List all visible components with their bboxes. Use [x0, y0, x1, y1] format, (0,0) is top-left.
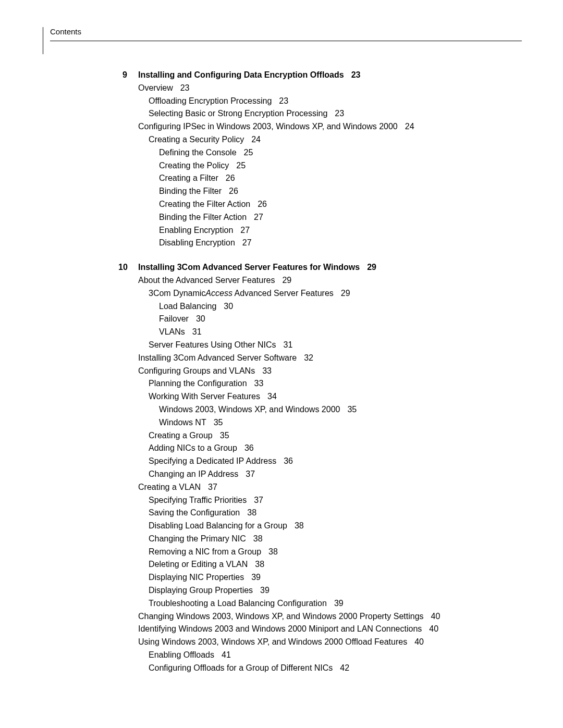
toc-entry: Creating a VLAN37	[138, 481, 534, 494]
toc-entry-text: Load Balancing	[159, 302, 216, 311]
toc-chapter-number: 10	[118, 261, 128, 274]
toc-entry-text: Installing 3Com Advanced Server Software	[138, 353, 297, 362]
toc-entry-text: Creating the Policy	[159, 161, 229, 170]
toc-page-number: 40	[414, 637, 424, 646]
toc-entry: Server Features Using Other NICs31	[149, 339, 534, 352]
toc-entry-text: Identifying Windows 2003 and Windows 200…	[138, 624, 422, 633]
toc-entry: Working With Server Features34	[149, 390, 534, 403]
toc-entry: Using Windows 2003, Windows XP, and Wind…	[138, 636, 534, 649]
toc-entry: About the Advanced Server Features29	[138, 274, 534, 287]
toc-entry: Defining the Console25	[159, 146, 534, 159]
toc-page-number: 29	[341, 289, 350, 298]
toc-entry-text: Displaying Group Properties	[149, 586, 253, 595]
toc-entry: Disabling Encryption27	[159, 237, 534, 250]
toc-entry: Specifying Traffic Priorities37	[149, 494, 534, 507]
toc-entry-text: Adding NICs to a Group	[149, 443, 237, 452]
toc-entry-text: Configuring IPSec in Windows 2003, Windo…	[138, 122, 398, 131]
toc-page-number: 37	[254, 496, 263, 504]
toc-entry: 3Com DynamicAccess Advanced Server Featu…	[149, 287, 534, 300]
toc-page-number: 41	[222, 650, 231, 659]
toc-entry: Creating a Filter26	[159, 172, 534, 185]
toc-entry: Deleting or Editing a VLAN38	[149, 558, 534, 571]
toc-page-number: 30	[224, 302, 233, 311]
toc-chapter-row: 9 Installing and Configuring Data Encryp…	[138, 69, 534, 82]
toc-page-number: 35	[347, 405, 357, 414]
toc-entry-text: Creating a Filter	[159, 174, 218, 182]
toc-entry: Configuring Offloads for a Group of Diff…	[149, 662, 534, 675]
toc-entry: Creating a Group35	[149, 429, 534, 442]
toc-page-number: 37	[246, 470, 255, 478]
toc-entry-text: Changing the Primary NIC	[149, 534, 246, 543]
toc-chapter-row: 10 Installing 3Com Advanced Server Featu…	[138, 261, 534, 274]
toc-page-number: 40	[431, 612, 440, 621]
toc-entry-text: Configuring Offloads for a Group of Diff…	[149, 663, 333, 672]
toc-page-number: 27	[254, 213, 263, 221]
toc-entry-text: Defining the Console	[159, 148, 237, 157]
toc-entry-text: Selecting Basic or Strong Encryption Pro…	[149, 109, 327, 118]
toc-entry-text: Disabling Load Balancing for a Group	[149, 521, 287, 530]
toc-entry: Windows NT35	[159, 416, 534, 429]
toc-page-number: 27	[242, 238, 252, 247]
toc-content: 9 Installing and Configuring Data Encryp…	[138, 66, 534, 675]
toc-entry: Binding the Filter Action27	[159, 211, 534, 224]
toc-entry-text: Failover	[159, 314, 189, 323]
toc-entry-text: 3Com DynamicAccess Advanced Server Featu…	[149, 289, 334, 298]
toc-entry: VLANs31	[159, 326, 534, 339]
toc-entry-text: Specifying a Dedicated IP Address	[149, 456, 276, 465]
toc-page-number: 35	[214, 418, 223, 427]
toc-page-number: 40	[429, 624, 438, 633]
toc-entry-text: Server Features Using Other NICs	[149, 340, 276, 349]
toc-page-number: 23	[180, 83, 190, 92]
toc-entry: Failover30	[159, 313, 534, 326]
toc-entry-text: Binding the Filter	[159, 187, 222, 195]
toc-entry-text: Binding the Filter Action	[159, 213, 247, 221]
toc-page-number: 37	[208, 483, 217, 491]
toc-page-number: 25	[236, 161, 246, 170]
toc-entry: Creating the Filter Action26	[159, 198, 534, 211]
toc-entry-text: About the Advanced Server Features	[138, 276, 275, 285]
toc-entry-text: Enabling Encryption	[159, 226, 233, 235]
toc-page-number: 23	[335, 109, 344, 118]
toc-entry-text: Specifying Traffic Priorities	[149, 496, 247, 504]
toc-entry: Displaying Group Properties39	[149, 584, 534, 597]
toc-chapter-title-entry: Installing 3Com Advanced Server Features…	[138, 261, 376, 274]
toc-page-number: 31	[192, 327, 202, 336]
toc-entry: Selecting Basic or Strong Encryption Pro…	[149, 107, 534, 120]
toc-entry-text: Using Windows 2003, Windows XP, and Wind…	[138, 637, 407, 646]
toc-entry-text: Configuring Groups and VLANs	[138, 366, 255, 375]
toc-entry: Adding NICs to a Group36	[149, 442, 534, 455]
toc-chapter-title: Installing 3Com Advanced Server Features…	[138, 263, 360, 272]
toc-entry: Windows 2003, Windows XP, and Windows 20…	[159, 403, 534, 416]
toc-entry-text: Displaying NIC Properties	[149, 573, 244, 582]
toc-page-number: 23	[279, 96, 288, 105]
toc-entry: Installing 3Com Advanced Server Software…	[138, 352, 534, 365]
toc-page-number: 26	[226, 174, 235, 182]
toc-chapter-title-entry: Installing and Configuring Data Encrypti…	[138, 69, 360, 82]
toc-entry-text: Saving the Configuration	[149, 508, 240, 517]
toc-page-number: 31	[284, 340, 293, 349]
toc-entry-text: Troubleshooting a Load Balancing Configu…	[149, 599, 327, 608]
toc-entry-text: Disabling Encryption	[159, 238, 235, 247]
toc-page-number: 39	[334, 599, 344, 608]
toc-page-number: 38	[295, 521, 304, 530]
toc-entry: Saving the Configuration38	[149, 507, 534, 520]
toc-chapter-number: 9	[123, 69, 127, 82]
toc-entry: Load Balancing30	[159, 300, 534, 313]
toc-page-number: 30	[196, 314, 205, 323]
toc-entry: Displaying NIC Properties39	[149, 571, 534, 584]
toc-page-number: 33	[254, 379, 264, 388]
toc-entry-text: Removing a NIC from a Group	[149, 547, 261, 556]
toc-entry: Offloading Encryption Processing23	[149, 95, 534, 108]
toc-page-number: 33	[262, 366, 272, 375]
toc-entry: Changing Windows 2003, Windows XP, and W…	[138, 610, 534, 623]
header-rule	[50, 41, 522, 41]
toc-page-number: 32	[304, 353, 313, 362]
toc-entry-text: Changing an IP Address	[149, 470, 238, 478]
toc-entry-text: Enabling Offloads	[149, 650, 214, 659]
toc-page-number: 23	[351, 70, 361, 79]
toc-entry: Creating the Policy25	[159, 159, 534, 172]
toc-page-number: 38	[268, 547, 278, 556]
toc-entry: Binding the Filter26	[159, 185, 534, 198]
toc-entry: Planning the Configuration33	[149, 377, 534, 390]
toc-entry: Troubleshooting a Load Balancing Configu…	[149, 597, 534, 610]
